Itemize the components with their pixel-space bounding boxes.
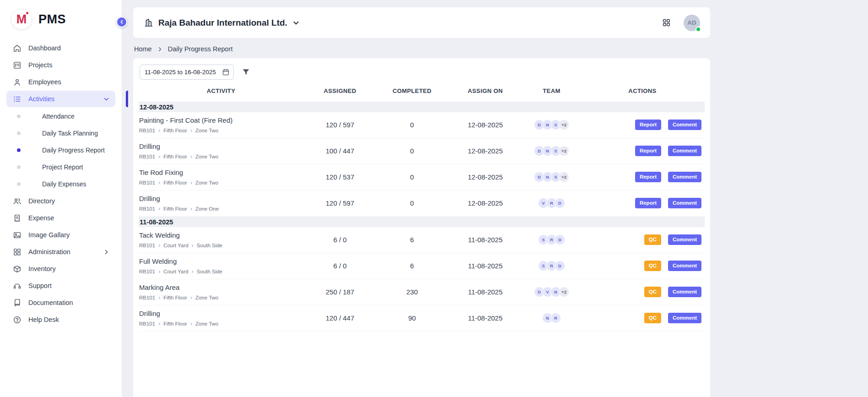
assign-on-cell: 11-08-2025 [447,314,523,322]
completed-cell: 0 [377,173,447,181]
team-overflow-badge[interactable]: +2 [559,120,569,130]
sidebar-nav: Dashboard Projects Employees Activities … [0,38,122,328]
assigned-cell: 6 / 0 [303,236,377,244]
actions-cell: ReportComment [580,172,705,182]
sidebar-item-support[interactable]: Support [0,277,122,294]
breadcrumb-home[interactable]: Home [134,45,152,53]
directory-icon [12,196,22,206]
sidebar-item-employees[interactable]: Employees [0,74,122,90]
column-header-assign-on: ASSIGN ON [447,87,523,94]
chevron-right-icon: › [158,180,160,185]
column-header-activity: ACTIVITY [139,87,303,94]
chevron-right-icon: › [190,154,192,159]
report-button[interactable]: Report [635,120,661,130]
sidebar-subitem-daily-task-planning[interactable]: Daily Task Planning [0,125,122,141]
topbar-actions: AD [662,15,700,31]
filter-icon[interactable] [242,68,250,76]
comment-button[interactable]: Comment [668,198,701,208]
actions-cell: ReportComment [580,198,705,208]
sidebar-item-inventory[interactable]: Inventory [0,261,122,277]
path-segment: South Side [197,269,222,274]
team-overflow-badge[interactable]: +2 [559,146,569,156]
team-avatar[interactable]: D [555,234,565,245]
sidebar-item-documentation[interactable]: Documentation [0,294,122,311]
team-avatar[interactable]: R [550,313,561,323]
assigned-cell: 120 / 597 [303,199,377,207]
calendar-icon [222,68,230,76]
sidebar-item-activities[interactable]: Activities [0,91,122,107]
path-segment: Fifth Floor [163,295,187,300]
sidebar-item-administration[interactable]: Administration [0,244,122,260]
qc-button[interactable]: QC [644,261,661,271]
chevron-right-icon: › [158,295,160,300]
team-overflow-badge[interactable]: +2 [559,172,569,182]
qc-button[interactable]: QC [644,313,661,323]
comment-button[interactable]: Comment [668,146,701,156]
completed-cell: 0 [377,199,447,207]
assign-on-cell: 12-08-2025 [447,121,523,129]
sidebar-item-directory[interactable]: Directory [0,193,122,209]
table-row: Painting - First Coat (Fire Red) RB101›F… [139,112,705,138]
table-row: Drilling RB101›Fifth Floor›Zone Two 120 … [139,305,705,332]
activity-path: RB101›Fifth Floor›Zone Two [139,128,303,133]
path-segment: Fifth Floor [163,206,187,212]
path-segment: RB101 [139,295,155,300]
path-segment: RB101 [139,180,155,185]
comment-button[interactable]: Comment [668,234,701,245]
report-button[interactable]: Report [635,146,661,156]
path-segment: RB101 [139,269,155,274]
apps-grid-icon[interactable] [662,18,671,27]
user-avatar[interactable]: AD [684,15,700,31]
team-avatar[interactable]: D [555,198,565,208]
date-group-header: 11-08-2025 [139,217,705,227]
sidebar-item-label: Dashboard [28,44,61,52]
comment-button[interactable]: Comment [668,287,701,297]
logo-letter: M [16,12,27,27]
qc-button[interactable]: QC [644,234,661,245]
sidebar-item-dashboard[interactable]: Dashboard [0,40,122,56]
chevron-right-icon: › [158,128,160,133]
activity-path: RB101›Fifth Floor›Zone Two [139,154,303,159]
sidebar-subitem-attendance[interactable]: Attendance [0,108,122,125]
chevron-right-icon: › [190,295,192,300]
company-selector[interactable]: Raja Bahadur International Ltd. [144,18,300,28]
path-segment: Zone Two [195,128,218,133]
sidebar-collapse-button[interactable] [116,16,127,27]
actions-cell: ReportComment [580,120,705,130]
path-segment: RB101 [139,128,155,133]
path-segment: Zone Two [195,295,218,300]
comment-button[interactable]: Comment [668,261,701,271]
main-area: Raja Bahadur International Ltd. AD Home … [122,0,868,397]
comment-button[interactable]: Comment [668,172,701,182]
table-row: Tie Rod Fixing RB101›Fifth Floor›Zone Tw… [139,164,705,190]
assign-on-cell: 11-08-2025 [447,262,523,270]
sidebar-item-help-desk[interactable]: Help Desk [0,311,122,328]
column-header-actions: ACTIONS [580,87,705,94]
team-avatar[interactable]: D [555,261,565,271]
activity-name: Tack Welding [139,231,303,239]
assigned-cell: 6 / 0 [303,262,377,270]
sidebar-item-label: Administration [28,248,70,256]
sidebar-subitem-daily-expenses[interactable]: Daily Expenses [0,175,122,192]
path-segment: Zone Two [195,180,218,185]
path-segment: RB101 [139,243,155,248]
qc-button[interactable]: QC [644,287,661,297]
comment-button[interactable]: Comment [668,313,701,323]
sidebar-subitem-daily-progress-report[interactable]: Daily Progress Report [0,141,122,158]
team-cell: SRD [523,234,580,245]
date-range-input[interactable]: 11-08-2025 to 16-08-2025 [140,65,234,80]
activity-name: Drilling [139,195,303,202]
sidebar-subitem-project-report[interactable]: Project Report [0,158,122,175]
sidebar-item-projects[interactable]: Projects [0,57,122,73]
report-button[interactable]: Report [635,198,661,208]
content-card: 11-08-2025 to 16-08-2025 ACTIVITY ASSIGN… [133,58,710,397]
comment-button[interactable]: Comment [668,120,701,130]
sidebar-item-expense[interactable]: Expense [0,210,122,226]
chevron-right-icon: › [190,128,192,133]
sidebar-item-image-gallary[interactable]: Image Gallary [0,227,122,243]
group-date-label: 11-08-2025 [140,218,173,226]
bullet-dot-icon [17,148,21,152]
team-overflow-badge[interactable]: +2 [559,287,569,297]
report-button[interactable]: Report [635,172,661,182]
inventory-icon [12,264,22,273]
